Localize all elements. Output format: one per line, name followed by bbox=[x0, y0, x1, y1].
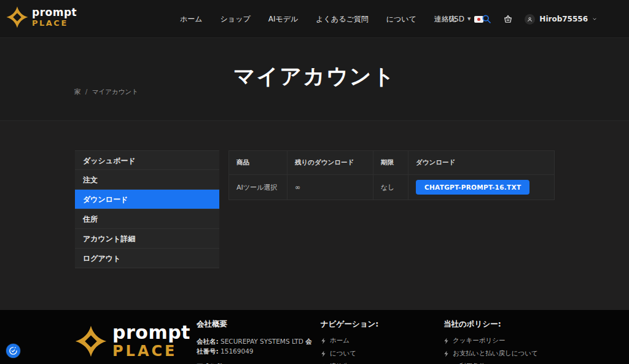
accessibility-clock-icon bbox=[9, 346, 18, 355]
breadcrumb: 家 / マイアカウント bbox=[74, 88, 138, 96]
cell-expires: なし bbox=[373, 175, 408, 200]
username: Hirob75556 bbox=[539, 15, 588, 23]
brand-name-bottom: PLACE bbox=[112, 344, 190, 358]
account-content: ダッシュボード 注文 ダウンロード 住所 アカウント詳細 ログアウト 商品 残り… bbox=[0, 121, 629, 310]
avatar bbox=[525, 14, 535, 25]
chevron-down-icon: ▼ bbox=[467, 17, 471, 21]
footer-policies-heading: 当社のポリシー: bbox=[443, 319, 579, 330]
person-icon bbox=[526, 16, 533, 23]
download-file-button[interactable]: CHATGPT-PROMPT-16.TXT bbox=[416, 180, 529, 195]
currency-selector[interactable]: USD ▼ bbox=[448, 15, 471, 23]
search-icon bbox=[482, 14, 491, 24]
prompt-place-logo-icon bbox=[75, 325, 107, 357]
footer-company-heading: 会社概要 bbox=[197, 319, 314, 330]
nav-right-controls: USD ▼ bbox=[448, 0, 597, 38]
brand-name-top: prompt bbox=[112, 323, 190, 342]
brand-name-bottom: PLACE bbox=[32, 19, 77, 27]
nav-item-about[interactable]: について bbox=[386, 14, 416, 25]
bolt-icon bbox=[443, 338, 449, 344]
brand-name-top: prompt bbox=[32, 7, 77, 18]
main-menu: ホーム ショップ AIモデル よくあるご質問 について 連絡先 bbox=[180, 0, 483, 38]
account-menu-trigger[interactable]: Hirob75556 bbox=[525, 14, 597, 25]
page-header: マイアカウント 家 / マイアカウント bbox=[0, 39, 629, 121]
footer-company-address: 正式住所: 167-169 Great Portland bbox=[197, 362, 314, 364]
footer-brand-logo[interactable]: prompt PLACE bbox=[75, 323, 190, 358]
nav-item-shop[interactable]: ショップ bbox=[221, 14, 251, 25]
search-button[interactable] bbox=[482, 14, 491, 24]
currency-value: USD bbox=[448, 15, 464, 23]
footer-link-label: について bbox=[330, 349, 356, 358]
nav-item-ai-models[interactable]: AIモデル bbox=[268, 14, 299, 25]
footer-navigation-column: ナビゲーション: ホーム について 連絡先 bbox=[321, 319, 425, 364]
downloads-table-header-row: 商品 残りのダウンロード 期限 ダウンロード bbox=[229, 151, 555, 175]
sidebar-item-account-details[interactable]: アカウント詳細 bbox=[75, 229, 219, 249]
prompt-place-logo-icon bbox=[6, 6, 28, 28]
nav-item-home[interactable]: ホーム bbox=[180, 14, 203, 25]
brand-logo[interactable]: prompt PLACE bbox=[6, 6, 77, 28]
company-number-value: 15169049 bbox=[221, 347, 253, 355]
bolt-icon bbox=[443, 350, 449, 357]
breadcrumb-current: マイアカウント bbox=[92, 88, 138, 95]
top-navigation-bar: prompt PLACE ホーム ショップ AIモデル よくあるご質問 について… bbox=[0, 0, 629, 38]
footer-policies-column: 当社のポリシー: クッキーポリシー お支払いと払い戻しについて ご利用条件 bbox=[443, 319, 579, 364]
cell-downloads-remaining: ∞ bbox=[287, 175, 373, 200]
table-row: AIツール選択 ∞ なし CHATGPT-PROMPT-16.TXT bbox=[229, 175, 555, 200]
cell-product: AIツール選択 bbox=[229, 175, 287, 200]
cell-download: CHATGPT-PROMPT-16.TXT bbox=[408, 175, 555, 200]
basket-icon bbox=[502, 14, 514, 25]
account-sidebar: ダッシュボード 注文 ダウンロード 住所 アカウント詳細 ログアウト bbox=[75, 150, 219, 268]
footer-company-name: 会社名: SECUREPAY SYSTEMS LTD 会社番号: 1516904… bbox=[197, 336, 314, 357]
column-header-downloads-remaining: 残りのダウンロード bbox=[287, 151, 373, 175]
nav-item-faq[interactable]: よくあるご質問 bbox=[316, 14, 368, 25]
footer-link-payments-refunds[interactable]: お支払いと払い戻しについて bbox=[443, 349, 579, 358]
footer-link-label: ホーム bbox=[330, 336, 350, 345]
footer-link-label: お支払いと払い戻しについて bbox=[453, 349, 538, 358]
breadcrumb-separator: / bbox=[85, 88, 88, 95]
column-header-download: ダウンロード bbox=[408, 151, 555, 175]
footer-link-label: クッキーポリシー bbox=[453, 336, 505, 345]
footer: prompt PLACE 会社概要 会社名: SECUREPAY SYSTEMS… bbox=[0, 310, 629, 364]
footer-link-about[interactable]: について bbox=[321, 349, 425, 358]
footer-link-home[interactable]: ホーム bbox=[321, 336, 425, 345]
column-header-product: 商品 bbox=[229, 151, 287, 175]
company-name-value: SECUREPAY SYSTEMS LTD bbox=[221, 338, 303, 345]
accessibility-widget-button[interactable] bbox=[6, 344, 20, 358]
footer-navigation-heading: ナビゲーション: bbox=[321, 319, 425, 330]
company-name-label: 会社名: bbox=[197, 338, 219, 345]
downloads-table: 商品 残りのダウンロード 期限 ダウンロード AIツール選択 ∞ なし CHAT… bbox=[229, 150, 555, 200]
footer-brand-text: prompt PLACE bbox=[112, 323, 190, 358]
breadcrumb-home-link[interactable]: 家 bbox=[74, 88, 81, 95]
footer-company-column: 会社概要 会社名: SECUREPAY SYSTEMS LTD 会社番号: 15… bbox=[197, 319, 314, 364]
footer-link-cookie-policy[interactable]: クッキーポリシー bbox=[443, 336, 579, 345]
sidebar-item-downloads[interactable]: ダウンロード bbox=[75, 190, 219, 209]
sidebar-item-orders[interactable]: 注文 bbox=[75, 170, 219, 190]
column-header-expires: 期限 bbox=[373, 151, 408, 175]
chevron-down-icon bbox=[592, 17, 597, 21]
sidebar-item-logout[interactable]: ログアウト bbox=[75, 249, 219, 268]
cart-button[interactable] bbox=[502, 14, 514, 25]
bolt-icon bbox=[321, 338, 326, 344]
page-title: マイアカウント bbox=[0, 39, 629, 91]
brand-logo-text: prompt PLACE bbox=[32, 7, 77, 27]
sidebar-item-dashboard[interactable]: ダッシュボード bbox=[75, 150, 219, 170]
sidebar-item-addresses[interactable]: 住所 bbox=[75, 209, 219, 229]
bolt-icon bbox=[321, 350, 326, 357]
my-account-page: prompt PLACE ホーム ショップ AIモデル よくあるご質問 について… bbox=[0, 0, 629, 364]
